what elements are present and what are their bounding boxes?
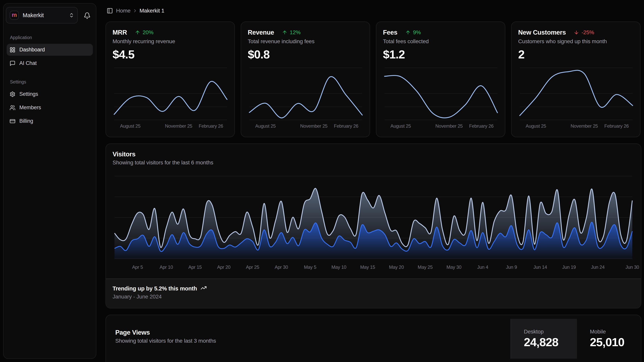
visitors-header: Visitors Showing total visitors for the … bbox=[106, 144, 641, 166]
svg-text:Apr 15: Apr 15 bbox=[188, 264, 202, 270]
workspace-selector[interactable]: m Makerkit bbox=[6, 7, 78, 24]
svg-text:February 26: February 26 bbox=[604, 123, 629, 129]
stat-card-fees: Fees9%Total fees collected$1.2August 25N… bbox=[376, 22, 505, 137]
stat-delta-badge: 12% bbox=[282, 29, 300, 36]
dashboard-icon bbox=[10, 47, 16, 53]
sidebar-nav: DashboardAI Chat bbox=[4, 44, 96, 69]
arrow-up-icon bbox=[405, 30, 411, 35]
stat-subtitle: Monthly recurring revenue bbox=[112, 38, 228, 45]
sidebar-item-members[interactable]: Members bbox=[7, 102, 93, 114]
chevrons-up-down-icon bbox=[69, 13, 74, 18]
header: Home Makerkit 1 bbox=[99, 0, 644, 22]
stat-sparkline-chart[interactable]: August 25November 25February 26 bbox=[106, 65, 235, 135]
sidebar-item-label: Billing bbox=[19, 118, 33, 124]
notifications-bell-icon[interactable] bbox=[83, 11, 92, 20]
arrow-up-icon bbox=[282, 30, 288, 35]
sidebar-nav: SettingsMembersBilling bbox=[4, 88, 96, 127]
workspace-logo: m bbox=[10, 11, 19, 20]
svg-text:August 25: August 25 bbox=[255, 123, 276, 129]
sidebar: m Makerkit ApplicationDashboardAI ChatSe… bbox=[0, 0, 99, 362]
trending-up-icon bbox=[200, 285, 207, 292]
svg-text:November 25: November 25 bbox=[435, 123, 463, 129]
sidebar-toggle-icon[interactable] bbox=[107, 8, 113, 14]
svg-text:May 10: May 10 bbox=[332, 264, 346, 270]
svg-text:Jun 4: Jun 4 bbox=[477, 264, 488, 270]
page-views-card: Page Views Showing total visitors for th… bbox=[106, 315, 641, 362]
stat-toggle-value: 25,010 bbox=[590, 336, 641, 348]
stat-toggle-value: 24,828 bbox=[524, 336, 577, 348]
stat-subtitle: Total revenue including fees bbox=[248, 38, 363, 45]
visitors-area-chart[interactable]: Apr 5Apr 10Apr 15Apr 20Apr 25Apr 30May 5… bbox=[106, 171, 641, 279]
svg-text:Jun 24: Jun 24 bbox=[591, 264, 605, 270]
stat-card-grid: MRR20%Monthly recurring revenue$4.5Augus… bbox=[106, 22, 641, 137]
page-views-stat-mobile[interactable]: Mobile25,010 bbox=[577, 319, 641, 359]
content: MRR20%Monthly recurring revenue$4.5Augus… bbox=[99, 22, 644, 362]
svg-text:Jun 30: Jun 30 bbox=[626, 264, 639, 270]
sidebar-item-label: Members bbox=[19, 105, 41, 111]
workspace-name: Makerkit bbox=[23, 12, 69, 19]
svg-text:February 26: February 26 bbox=[334, 123, 358, 129]
visitors-date-range: January - June 2024 bbox=[112, 294, 634, 300]
svg-text:Jun 14: Jun 14 bbox=[534, 264, 547, 270]
breadcrumb: Home Makerkit 1 bbox=[116, 8, 164, 14]
stat-delta-value: 9% bbox=[413, 29, 421, 36]
sidebar-item-billing[interactable]: Billing bbox=[7, 115, 93, 127]
stat-sparkline-chart[interactable]: August 25November 25February 26 bbox=[241, 65, 370, 135]
svg-text:Apr 25: Apr 25 bbox=[246, 264, 259, 270]
svg-text:August 25: August 25 bbox=[526, 123, 546, 129]
users-icon bbox=[10, 105, 16, 111]
dashboard-page: m Makerkit ApplicationDashboardAI ChatSe… bbox=[0, 0, 644, 362]
svg-text:May 15: May 15 bbox=[360, 264, 375, 270]
stat-delta-badge: -25% bbox=[574, 29, 594, 36]
main-area: Home Makerkit 1 MRR20%Monthly recurring … bbox=[99, 0, 644, 362]
arrow-up-icon bbox=[135, 30, 140, 35]
svg-text:May 20: May 20 bbox=[389, 264, 404, 270]
stat-subtitle: Customers who signed up this month bbox=[518, 38, 634, 45]
svg-text:May 25: May 25 bbox=[418, 264, 432, 270]
stat-card-mrr: MRR20%Monthly recurring revenue$4.5Augus… bbox=[106, 22, 235, 137]
gear-icon bbox=[10, 91, 16, 97]
stat-delta-value: -25% bbox=[582, 29, 594, 36]
credit-card-icon bbox=[10, 118, 16, 124]
svg-text:Jun 9: Jun 9 bbox=[506, 264, 517, 270]
sidebar-item-label: Settings bbox=[19, 91, 38, 97]
stat-subtitle: Total fees collected bbox=[383, 38, 498, 45]
arrow-down-icon bbox=[574, 30, 579, 35]
stat-card-new-customers: New Customers-25%Customers who signed up… bbox=[511, 22, 640, 137]
stat-delta-badge: 9% bbox=[405, 29, 421, 36]
svg-text:February 26: February 26 bbox=[469, 123, 494, 129]
sidebar-item-ai-chat[interactable]: AI Chat bbox=[7, 57, 93, 69]
sidebar-item-label: AI Chat bbox=[19, 60, 37, 66]
stat-toggle-label: Mobile bbox=[590, 328, 641, 335]
page-views-stat-desktop[interactable]: Desktop24,828 bbox=[510, 319, 577, 359]
stat-sparkline-chart[interactable]: August 25November 25February 26 bbox=[376, 65, 505, 135]
chat-icon bbox=[10, 60, 16, 66]
visitors-card: Visitors Showing total visitors for the … bbox=[106, 143, 641, 308]
sidebar-item-dashboard[interactable]: Dashboard bbox=[7, 44, 93, 56]
svg-text:August 25: August 25 bbox=[120, 123, 140, 129]
stat-delta-badge: 20% bbox=[135, 29, 154, 36]
stat-card-revenue: Revenue12%Total revenue including fees$0… bbox=[241, 22, 370, 137]
stat-toggle-label: Desktop bbox=[524, 328, 577, 335]
breadcrumb-home[interactable]: Home bbox=[116, 8, 130, 14]
stat-value: $4.5 bbox=[112, 48, 228, 61]
stat-value: 2 bbox=[518, 48, 634, 61]
svg-text:November 25: November 25 bbox=[570, 123, 598, 129]
svg-text:August 25: August 25 bbox=[390, 123, 411, 129]
sidebar-sections: ApplicationDashboardAI ChatSettingsSetti… bbox=[4, 35, 96, 127]
svg-text:November 25: November 25 bbox=[165, 123, 192, 129]
stat-title: New Customers bbox=[518, 29, 566, 36]
svg-text:May 5: May 5 bbox=[304, 264, 316, 270]
sidebar-item-settings[interactable]: Settings bbox=[7, 88, 93, 100]
breadcrumb-current: Makerkit 1 bbox=[140, 8, 164, 14]
stat-value: $0.8 bbox=[248, 48, 363, 61]
stat-title: Fees bbox=[383, 29, 398, 36]
sidebar-section-label: Application bbox=[4, 35, 96, 41]
svg-text:February 26: February 26 bbox=[199, 123, 223, 129]
visitors-trend-text: Trending up by 5.2% this month bbox=[112, 285, 197, 292]
page-views-toggle-group: Desktop24,828Mobile25,010 bbox=[510, 319, 641, 359]
sidebar-section-label: Settings bbox=[4, 79, 96, 85]
chevron-right-icon bbox=[132, 8, 138, 13]
svg-text:Apr 30: Apr 30 bbox=[275, 264, 288, 270]
stat-sparkline-chart[interactable]: August 25November 25February 26 bbox=[512, 65, 640, 135]
